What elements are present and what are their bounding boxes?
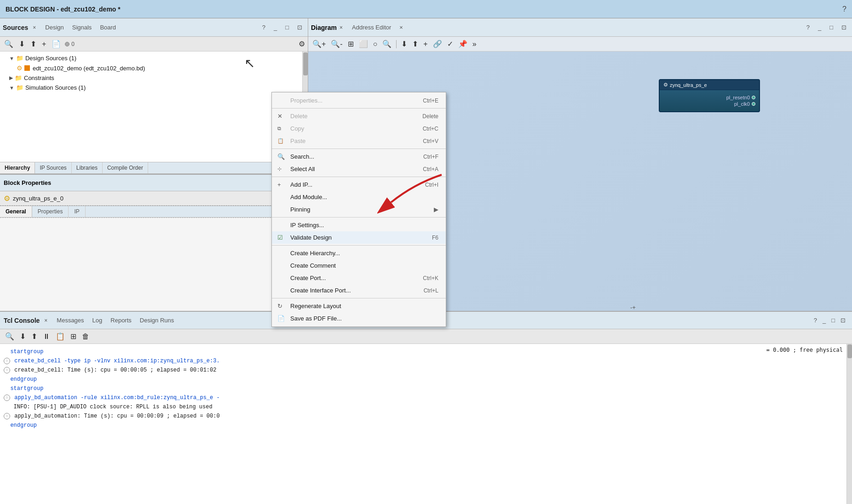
tree-design-sources[interactable]: ▼ 📁 Design Sources (1) xyxy=(0,53,308,63)
ctx-paste[interactable]: 📋 Paste Ctrl+V xyxy=(272,135,446,147)
ctx-validate-design[interactable]: ☑ Validate Design F6 xyxy=(272,231,446,244)
ctx-delete[interactable]: ✕ Delete Delete xyxy=(272,110,446,122)
console-line: ○ create_bd_cell -type ip -vlnv xilinx.c… xyxy=(4,357,848,365)
tcl-console-area[interactable]: startgroup ○ create_bd_cell -type ip -vl… xyxy=(0,344,852,504)
tcl-help-icon[interactable]: ? xyxy=(814,317,817,324)
console-line: startgroup xyxy=(4,348,848,356)
ctx-validate-label: Validate Design xyxy=(290,234,332,241)
ctx-create-interface-port[interactable]: Create Interface Port... Ctrl+L xyxy=(272,284,446,297)
tree-edt-file[interactable]: ⚙ edt_zcu102_demo (edt_zcu102_demo.bd) xyxy=(0,63,308,73)
bd-block[interactable]: ⚙ zynq_ultra_ps_e pl_resetn0 pl_clk0 xyxy=(659,79,760,112)
tab-properties[interactable]: Properties xyxy=(32,206,69,217)
tab-reports[interactable]: Reports xyxy=(108,316,134,325)
console-scrollbar[interactable] xyxy=(846,344,852,504)
tab-compile-order[interactable]: Compile Order xyxy=(103,162,148,173)
tcl-expand-icon[interactable]: ⬆ xyxy=(30,331,39,342)
help-icon[interactable]: ? xyxy=(842,5,846,13)
ctx-copy[interactable]: ⧉ Copy Ctrl+C xyxy=(272,122,446,135)
select-icon[interactable]: ⬜ xyxy=(357,39,369,49)
gear-icon[interactable]: ⚙ xyxy=(299,40,305,48)
pin-icon[interactable]: 📌 xyxy=(457,39,469,49)
tcl-minimize-icon[interactable]: _ xyxy=(823,317,826,324)
find-icon[interactable]: 🔍 xyxy=(381,39,393,49)
collapse-all-icon[interactable]: ⬇ xyxy=(17,39,26,49)
tcl-delete-icon[interactable]: 🗑 xyxy=(81,332,91,342)
file-color-block xyxy=(24,65,30,71)
tree-simulation[interactable]: ▼ 📁 Simulation Sources (1) xyxy=(0,83,308,92)
address-editor-close-icon[interactable]: × xyxy=(397,23,406,32)
port-dot[interactable] xyxy=(752,96,755,99)
ctx-regenerate-layout[interactable]: ↻ Regenerate Layout xyxy=(272,300,446,312)
connect-icon[interactable]: 🔗 xyxy=(432,39,443,49)
tcl-search-icon[interactable]: 🔍 xyxy=(4,331,16,342)
ctx-create-comment-label: Create Comment xyxy=(290,262,336,269)
ctx-add-ip[interactable]: + Add IP... Ctrl+I xyxy=(272,178,446,191)
tab-board[interactable]: Board xyxy=(97,23,119,32)
ctx-pinning[interactable]: Pinning ▶ xyxy=(272,203,446,216)
tcl-restore-icon[interactable]: □ xyxy=(831,317,835,324)
console-text: startgroup xyxy=(4,349,43,355)
ctx-add-module[interactable]: Add Module... xyxy=(272,191,446,203)
add-ip-icon: + xyxy=(277,181,281,188)
tab-design[interactable]: Design xyxy=(42,23,66,32)
tab-libraries[interactable]: Libraries xyxy=(72,162,103,173)
sources-restore-icon[interactable]: □ xyxy=(282,23,292,32)
validate-icon[interactable]: ✓ xyxy=(446,39,455,49)
tab-design-runs[interactable]: Design Runs xyxy=(137,316,177,325)
diagram-minimize-icon[interactable]: _ xyxy=(815,23,824,32)
add-block-icon[interactable]: + xyxy=(422,39,429,49)
ctx-ip-settings[interactable]: IP Settings... xyxy=(272,219,446,231)
diagram-float-icon[interactable]: ⊡ xyxy=(839,23,849,32)
fit-icon[interactable]: ⊞ xyxy=(346,39,355,49)
port-dot[interactable] xyxy=(752,102,755,106)
sources-panel: Sources × Design Signals Board ? _ □ ⊡ 🔍… xyxy=(0,18,308,175)
tab-ip-sources[interactable]: IP Sources xyxy=(35,162,71,173)
add-icon[interactable]: + xyxy=(40,39,47,49)
tab-signals[interactable]: Signals xyxy=(69,23,95,32)
ctx-search[interactable]: 🔍 Search... Ctrl+F xyxy=(272,150,446,163)
expand-icon[interactable]: ⬆ xyxy=(411,39,420,49)
file-icon[interactable]: 📄 xyxy=(50,39,62,49)
diagram-title: Diagram xyxy=(311,24,337,31)
tcl-copy-icon[interactable]: 📋 xyxy=(54,331,66,342)
zoom-in-icon[interactable]: 🔍+ xyxy=(311,39,327,49)
ctx-create-comment[interactable]: Create Comment xyxy=(272,259,446,272)
ctx-create-port[interactable]: Create Port... Ctrl+K xyxy=(272,272,446,284)
tcl-float-icon[interactable]: ⊡ xyxy=(840,317,846,324)
ctx-select-all[interactable]: ⊹ Select All Ctrl+A xyxy=(272,163,446,175)
tab-messages[interactable]: Messages xyxy=(54,316,86,325)
tcl-close-icon[interactable]: × xyxy=(44,317,47,324)
tcl-collapse-icon[interactable]: ⬇ xyxy=(18,331,27,342)
tab-ip[interactable]: IP xyxy=(69,206,85,217)
sources-close-icon[interactable]: × xyxy=(33,24,36,31)
tab-log[interactable]: Log xyxy=(90,316,105,325)
bottom-panel: Tcl Console × Messages Log Reports Desig… xyxy=(0,311,852,504)
status-count: 0 xyxy=(71,41,75,47)
diagram-close-icon[interactable]: × xyxy=(340,24,343,31)
diagram-restore-icon[interactable]: □ xyxy=(827,23,836,32)
search-icon[interactable]: 🔍 xyxy=(3,39,15,49)
sources-toolbar: 🔍 ⬇ ⬆ + 📄 0 ⚙ xyxy=(0,37,308,52)
ctx-properties[interactable]: Properties... Ctrl+E xyxy=(272,94,446,107)
tcl-pause-icon[interactable]: ⏸ xyxy=(41,332,52,342)
diagram-label-plus-c: -+ xyxy=(630,304,636,311)
sources-float-icon[interactable]: ⊡ xyxy=(294,23,305,32)
ctx-create-hierarchy[interactable]: Create Hierarchy... xyxy=(272,247,446,259)
tab-general[interactable]: General xyxy=(0,206,32,217)
expand-all-icon[interactable]: ⬆ xyxy=(29,39,38,49)
sources-minimize-icon[interactable]: _ xyxy=(271,23,280,32)
net-icon[interactable]: ○ xyxy=(372,39,379,49)
tree-constraints[interactable]: ▶ 📁 Constraints xyxy=(0,73,308,83)
tab-hierarchy[interactable]: Hierarchy xyxy=(0,162,35,173)
sources-help-icon[interactable]: ? xyxy=(259,23,268,32)
tree-label: Design Sources (1) xyxy=(25,55,76,62)
console-line: startgroup xyxy=(4,384,848,393)
diagram-help-icon[interactable]: ? xyxy=(804,23,812,32)
ctx-save-pdf[interactable]: 📄 Save as PDF File... xyxy=(272,312,446,325)
more-icon[interactable]: » xyxy=(471,39,478,49)
bd-block-icon: ⚙ xyxy=(663,82,668,88)
zoom-out-icon[interactable]: 🔍- xyxy=(329,39,344,49)
tab-address-editor[interactable]: Address Editor xyxy=(349,23,394,32)
collapse-icon[interactable]: ⬇ xyxy=(400,39,409,49)
tcl-grid-icon[interactable]: ⊞ xyxy=(69,331,78,342)
